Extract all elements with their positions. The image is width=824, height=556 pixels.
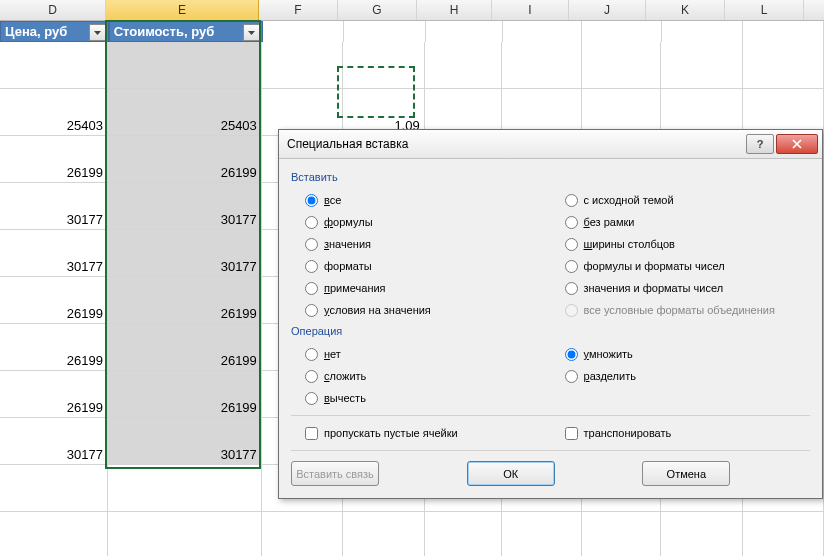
cell[interactable]: [425, 42, 503, 89]
radio-valnum[interactable]: значения и форматы чисел: [551, 277, 811, 299]
cell[interactable]: 26199: [0, 136, 108, 183]
cell[interactable]: 30177: [0, 183, 108, 230]
cell[interactable]: 30177: [108, 183, 262, 230]
radio-input-formulas[interactable]: [305, 216, 318, 229]
cell[interactable]: [108, 465, 262, 512]
cell[interactable]: [0, 42, 108, 89]
cell[interactable]: [343, 42, 424, 89]
radio-formulas[interactable]: формулы: [291, 211, 551, 233]
radio-noborder[interactable]: без рамки: [551, 211, 811, 233]
radio-input-formnum[interactable]: [565, 260, 578, 273]
cell[interactable]: 26199: [0, 324, 108, 371]
skip-blanks-checkbox[interactable]: пропускать пустые ячейки: [291, 422, 551, 444]
radio-input-comments[interactable]: [305, 282, 318, 295]
paste-link-button: Вставить связь: [291, 461, 379, 486]
radio-input-formats[interactable]: [305, 260, 318, 273]
cell[interactable]: [108, 512, 262, 556]
cell[interactable]: [108, 42, 262, 89]
divider: [291, 415, 810, 416]
radio-label: все: [324, 194, 341, 206]
cell[interactable]: 26199: [108, 136, 262, 183]
cancel-button[interactable]: Отмена: [642, 461, 730, 486]
cell[interactable]: [661, 512, 742, 556]
radio-label: сложить: [324, 370, 366, 382]
radio-theme[interactable]: с исходной темой: [551, 189, 811, 211]
column-header-F[interactable]: F: [259, 0, 338, 20]
radio-label: примечания: [324, 282, 386, 294]
column-header-L[interactable]: L: [725, 0, 804, 20]
radio-values[interactable]: значения: [291, 233, 551, 255]
radio-sub[interactable]: вычесть: [291, 387, 551, 409]
dialog-titlebar[interactable]: Специальная вставка ?: [279, 130, 822, 159]
transpose-input[interactable]: [565, 427, 578, 440]
column-header-D[interactable]: D: [0, 0, 106, 20]
radio-formnum[interactable]: формулы и форматы чисел: [551, 255, 811, 277]
divider: [291, 450, 810, 451]
cell[interactable]: [743, 512, 824, 556]
cell[interactable]: 26199: [108, 371, 262, 418]
column-header-I[interactable]: I: [492, 0, 569, 20]
radio-colwidths[interactable]: ширины столбцов: [551, 233, 811, 255]
cell[interactable]: [661, 42, 742, 89]
cell[interactable]: 25403: [0, 89, 108, 136]
cell[interactable]: [262, 42, 343, 89]
cell[interactable]: [502, 512, 581, 556]
cell[interactable]: 26199: [0, 277, 108, 324]
cell[interactable]: [0, 512, 108, 556]
radio-input-mul[interactable]: [565, 348, 578, 361]
chevron-down-icon: [248, 31, 255, 35]
radio-input-sub[interactable]: [305, 392, 318, 405]
filter-button[interactable]: [243, 24, 260, 41]
cell[interactable]: [262, 512, 343, 556]
column-header-E[interactable]: E: [106, 0, 259, 20]
cell[interactable]: [502, 42, 581, 89]
cell[interactable]: [343, 512, 424, 556]
radio-all[interactable]: все: [291, 189, 551, 211]
table-header-0[interactable]: Цена, руб: [0, 21, 109, 42]
radio-formats[interactable]: форматы: [291, 255, 551, 277]
radio-label: все условные форматы объединения: [584, 304, 775, 316]
radio-input-all[interactable]: [305, 194, 318, 207]
column-header-H[interactable]: H: [417, 0, 492, 20]
radio-input-noborder[interactable]: [565, 216, 578, 229]
cell[interactable]: [425, 512, 503, 556]
radio-input-none[interactable]: [305, 348, 318, 361]
radio-input-values[interactable]: [305, 238, 318, 251]
transpose-checkbox[interactable]: транспонировать: [551, 422, 811, 444]
radio-none[interactable]: нет: [291, 343, 551, 365]
radio-mul[interactable]: умножить: [551, 343, 811, 365]
radio-div[interactable]: разделить: [551, 365, 811, 387]
column-header-G[interactable]: G: [338, 0, 417, 20]
cell[interactable]: 30177: [0, 230, 108, 277]
cell[interactable]: [582, 512, 661, 556]
cell[interactable]: 26199: [0, 371, 108, 418]
help-button[interactable]: ?: [746, 134, 774, 154]
radio-input-theme[interactable]: [565, 194, 578, 207]
cell[interactable]: 26199: [108, 277, 262, 324]
radio-input-div[interactable]: [565, 370, 578, 383]
ok-button[interactable]: ОК: [467, 461, 555, 486]
cell[interactable]: 25403: [108, 89, 262, 136]
cell[interactable]: 30177: [108, 418, 262, 465]
column-header-J[interactable]: J: [569, 0, 646, 20]
filter-button[interactable]: [89, 24, 106, 41]
close-button[interactable]: [776, 134, 818, 154]
cell[interactable]: [582, 42, 661, 89]
cell[interactable]: 30177: [0, 418, 108, 465]
radio-validation[interactable]: условия на значения: [291, 299, 551, 321]
radio-input-colwidths[interactable]: [565, 238, 578, 251]
column-header-K[interactable]: K: [646, 0, 725, 20]
radio-add[interactable]: сложить: [291, 365, 551, 387]
radio-label: разделить: [584, 370, 636, 382]
skip-blanks-input[interactable]: [305, 427, 318, 440]
transpose-label: транспонировать: [584, 427, 672, 439]
table-header-1[interactable]: Стоимость, руб: [109, 21, 264, 42]
radio-input-validation[interactable]: [305, 304, 318, 317]
radio-comments[interactable]: примечания: [291, 277, 551, 299]
cell[interactable]: [743, 42, 824, 89]
cell[interactable]: 30177: [108, 230, 262, 277]
radio-input-valnum[interactable]: [565, 282, 578, 295]
cell[interactable]: [0, 465, 108, 512]
cell[interactable]: 26199: [108, 324, 262, 371]
radio-input-add[interactable]: [305, 370, 318, 383]
